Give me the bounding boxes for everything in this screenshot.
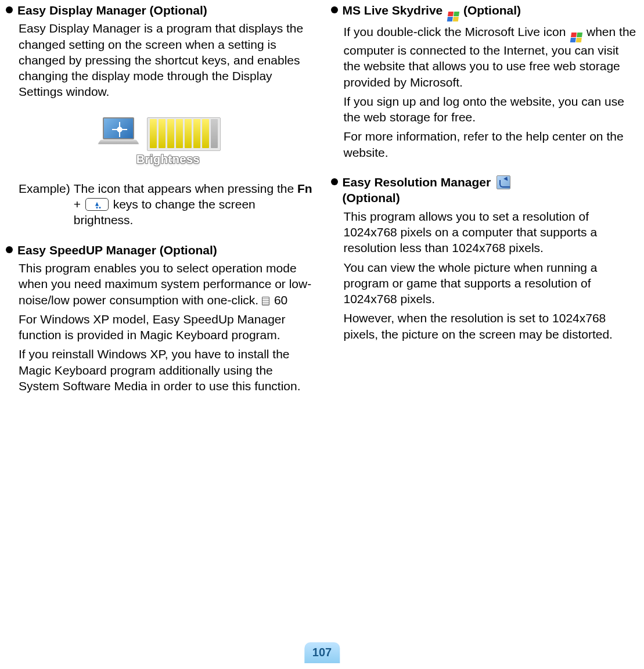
left-column: Easy Display Manager (Optional) Easy Dis… <box>6 2 314 408</box>
skydrive-p2: If you sign up and log onto the website,… <box>331 93 639 125</box>
erm-title-post: (Optional) <box>343 191 400 204</box>
speedup-p2: For Windows XP model, Easy SpeedUp Manag… <box>6 311 314 343</box>
erm-p3: However, when the resolution is set to 1… <box>331 310 639 342</box>
speedup-heading: Easy SpeedUP Manager (Optional) <box>6 242 314 258</box>
brightness-label: Brightness <box>136 152 200 167</box>
brightness-widget: Brightness <box>96 112 224 167</box>
edm-example: Example) The icon that appears when pres… <box>6 181 314 228</box>
skydrive-heading: MS Live Skydrive (Optional) <box>331 2 639 21</box>
erm-title: Easy Resolution Manager (Optional) <box>343 174 639 206</box>
brightness-key-icon <box>85 198 109 211</box>
example-pre: The icon that appears when pressing the <box>74 182 297 195</box>
bullet-icon <box>6 246 13 253</box>
speedup-title: Easy SpeedUP Manager (Optional) <box>17 242 314 258</box>
skydrive-title-post: (Optional) <box>460 3 521 17</box>
erm-title-pre: Easy Resolution Manager <box>343 175 494 189</box>
speedup-p1: This program enables you to select opera… <box>6 260 314 308</box>
speedup-pageref: 60 <box>274 293 287 307</box>
windows-logo-icon <box>447 11 460 21</box>
windows-logo-icon <box>570 32 583 42</box>
example-body: The icon that appears when pressing the … <box>74 181 314 228</box>
fn-key-label: Fn <box>297 182 312 195</box>
skydrive-title: MS Live Skydrive (Optional) <box>343 2 639 21</box>
skydrive-p3: For more information, refer to the help … <box>331 128 639 160</box>
skydrive-p1-pre: If you double-click the Microsoft Live i… <box>344 25 570 38</box>
skydrive-title-pre: MS Live Skydrive <box>343 3 447 17</box>
skydrive-p1: If you double-click the Microsoft Live i… <box>331 24 639 90</box>
bullet-icon <box>331 178 338 185</box>
right-column: MS Live Skydrive (Optional) If you doubl… <box>331 2 639 408</box>
erm-p1: This program allows you to set a resolut… <box>331 208 639 256</box>
laptop-icon <box>99 117 140 152</box>
page-columns: Easy Display Manager (Optional) Easy Dis… <box>0 0 644 408</box>
bullet-icon <box>6 6 13 13</box>
erm-p2: You can view the whole picture when runn… <box>331 260 639 307</box>
bullet-icon <box>331 6 338 13</box>
example-lead: Example) <box>19 181 70 228</box>
resolution-manager-icon <box>497 175 510 189</box>
brightness-bars-icon <box>147 117 221 151</box>
page-number: 107 <box>304 642 340 663</box>
edm-title: Easy Display Manager (Optional) <box>17 2 314 18</box>
skydrive-section: MS Live Skydrive (Optional) If you doubl… <box>331 2 639 160</box>
erm-section: Easy Resolution Manager (Optional) This … <box>331 174 639 342</box>
edm-desc: Easy Display Manager is a program that d… <box>6 20 314 99</box>
page-ref-icon <box>262 297 269 305</box>
speedup-section: Easy SpeedUP Manager (Optional) This pro… <box>6 242 314 394</box>
erm-heading: Easy Resolution Manager (Optional) <box>331 174 639 206</box>
edm-section: Easy Display Manager (Optional) Easy Dis… <box>6 2 314 228</box>
example-plus: + <box>74 197 84 211</box>
speedup-p3: If you reinstall Windows XP, you have to… <box>6 346 314 394</box>
edm-heading: Easy Display Manager (Optional) <box>6 2 314 18</box>
